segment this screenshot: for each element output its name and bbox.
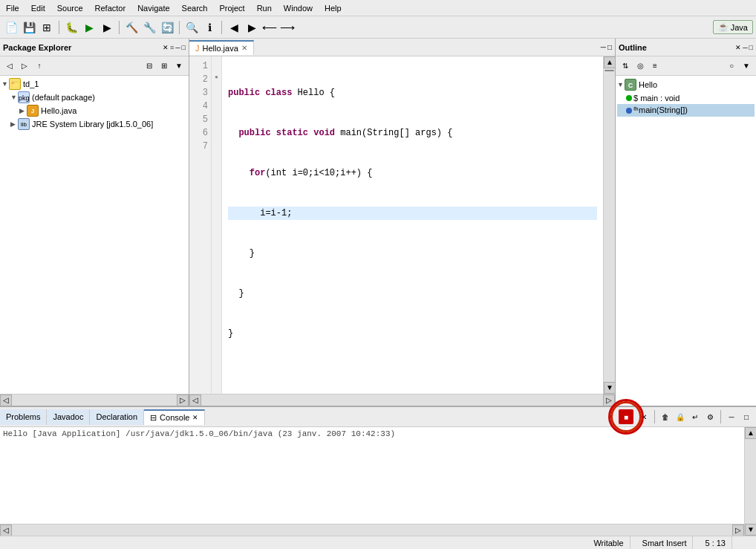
console-scroll-right[interactable]: ▷ xyxy=(732,524,744,536)
scroll-right[interactable]: ▷ xyxy=(603,394,615,406)
clear-console-button[interactable]: 🗑 xyxy=(659,410,672,423)
menu-project[interactable]: Project xyxy=(216,2,247,14)
bottom-max[interactable]: □ xyxy=(740,410,753,423)
pe-close-icon[interactable]: ✕ xyxy=(163,44,169,51)
scroll-up[interactable]: ▲ xyxy=(604,56,615,68)
save-button[interactable]: 💾 xyxy=(21,19,37,36)
pe-scroll-left[interactable]: ◁ xyxy=(0,394,12,406)
pe-tab-num: ≡ xyxy=(170,44,174,51)
insert-mode-status: Smart Insert xyxy=(636,536,694,549)
info-button[interactable]: ℹ xyxy=(201,19,218,36)
pe-forward-btn[interactable]: ▷ xyxy=(18,59,31,73)
pe-back-btn[interactable]: ◁ xyxy=(3,59,16,73)
code-line-3: for(int i=0;i<10;i++) { xyxy=(228,166,597,180)
console-scroll-down[interactable]: ▼ xyxy=(745,524,756,536)
outline-btn4[interactable]: ○ xyxy=(725,59,738,73)
perspective-label: Java xyxy=(731,23,748,32)
menu-help[interactable]: Help xyxy=(322,2,345,14)
bottom-min[interactable]: ─ xyxy=(725,410,738,423)
debug-button[interactable]: 🐛 xyxy=(63,19,79,36)
save-all-button[interactable]: ⊞ xyxy=(39,19,55,36)
outline-close[interactable]: ✕ xyxy=(735,44,741,51)
pe-scroll-right[interactable]: ▷ xyxy=(177,394,189,406)
tree-jre-library[interactable]: ▶ lib JRE System Library [jdk1.5.0_06] xyxy=(1,117,187,131)
menu-search[interactable]: Search xyxy=(179,2,211,14)
perspective-java[interactable]: ☕ Java xyxy=(713,20,753,34)
class-arrow: ▼ xyxy=(617,81,625,88)
file-arrow[interactable]: ▶ xyxy=(19,107,27,114)
editor-tab-close[interactable]: ✕ xyxy=(241,44,247,52)
menu-window[interactable]: Window xyxy=(281,2,316,14)
editor-max[interactable]: □ xyxy=(607,43,612,51)
tab-console[interactable]: ⊟ Console ✕ xyxy=(144,409,205,425)
editor-scrollbar-v[interactable]: ▲ ▼ xyxy=(603,56,615,394)
outline-class-hello[interactable]: ▼ C Hello xyxy=(617,77,755,92)
pe-link-btn[interactable]: ⊞ xyxy=(157,59,171,73)
menu-refactor[interactable]: Refactor xyxy=(92,2,129,14)
tree-project[interactable]: ▼ 📁 td_1 xyxy=(1,77,187,91)
clean-button[interactable]: 🔧 xyxy=(141,19,157,36)
console-tab-close[interactable]: ✕ xyxy=(192,414,198,421)
main-toolbar: 📄 💾 ⊞ 🐛 ▶ ▶ 🔨 🔧 🔄 🔍 ℹ ◀ ▶ ⟵ ⟶ ☕ Java xyxy=(0,16,756,39)
console-scroll-left[interactable]: ◁ xyxy=(0,524,12,536)
menu-run[interactable]: Run xyxy=(254,2,275,14)
menu-navigate[interactable]: Navigate xyxy=(134,2,172,14)
menu-edit[interactable]: Edit xyxy=(28,2,48,14)
scroll-left[interactable]: ◁ xyxy=(189,394,201,406)
pe-up-btn[interactable]: ↑ xyxy=(33,59,46,73)
code-content[interactable]: public class Hello { public static void … xyxy=(222,56,603,370)
pe-scrollbar-h[interactable]: ◁ ▷ xyxy=(0,394,189,406)
prev-edit-button[interactable]: ◀ xyxy=(226,19,242,36)
scroll-lock-button[interactable]: 🔒 xyxy=(674,410,687,423)
pkg-arrow[interactable]: ▼ xyxy=(10,94,18,101)
outline-sort-btn[interactable]: ⇅ xyxy=(619,59,632,73)
outline-method-main[interactable]: ⁸ᶦmain(String[]) xyxy=(617,104,755,117)
pe-menu-btn[interactable]: ▼ xyxy=(172,59,186,73)
scroll-down[interactable]: ▼ xyxy=(604,382,615,394)
pe-collapse-btn[interactable]: ⊟ xyxy=(143,59,156,73)
remove-launch-button[interactable]: ✕ xyxy=(637,410,651,423)
tab-problems[interactable]: Problems xyxy=(0,409,47,425)
back-button[interactable]: ⟵ xyxy=(261,19,278,36)
outline-minimize[interactable]: ─ xyxy=(743,44,747,51)
refresh-button[interactable]: 🔄 xyxy=(159,19,175,36)
console-scroll-up[interactable]: ▲ xyxy=(745,427,756,439)
code-gutter: ● xyxy=(212,56,222,394)
lib-arrow[interactable]: ▶ xyxy=(10,120,18,128)
console-settings-button[interactable]: ⚙ xyxy=(703,410,717,423)
editor-min[interactable]: ─ xyxy=(601,43,606,51)
package-explorer-title: Package Explorer xyxy=(3,43,71,52)
tab-declaration[interactable]: Declaration xyxy=(90,409,144,425)
outline-menu[interactable]: ▼ xyxy=(740,59,753,73)
build-button[interactable]: 🔨 xyxy=(123,19,140,36)
console-scrollbar-h[interactable]: ◁ ▷ xyxy=(0,524,744,536)
console-scrollbar-v[interactable]: ▲ ▼ xyxy=(744,427,756,536)
menu-file[interactable]: File xyxy=(3,2,22,14)
tree-default-package[interactable]: ▼ pkg (default package) xyxy=(1,91,187,104)
outline-controls: ✕ ─ □ xyxy=(735,44,753,51)
tab-javadoc[interactable]: Javadoc xyxy=(47,409,90,425)
run-ext-button[interactable]: ▶ xyxy=(99,19,115,36)
terminate-button[interactable]: ■ xyxy=(619,409,633,424)
tree-hello-java[interactable]: ▶ J Hello.java xyxy=(1,104,187,117)
pe-minimize-icon[interactable]: ─ xyxy=(175,44,180,51)
project-arrow[interactable]: ▼ xyxy=(1,80,9,88)
word-wrap-button[interactable]: ↵ xyxy=(688,410,702,423)
outline-maximize[interactable]: □ xyxy=(749,44,753,51)
outline-hide-btn[interactable]: ◎ xyxy=(633,59,647,73)
menu-source[interactable]: Source xyxy=(54,2,86,14)
editor-tab-hello[interactable]: J Hello.java ✕ xyxy=(189,40,254,55)
search-button[interactable]: 🔍 xyxy=(183,19,200,36)
pe-maximize-icon[interactable]: □ xyxy=(182,44,186,51)
editor-controls: ─ □ xyxy=(598,43,615,51)
new-button[interactable]: 📄 xyxy=(3,19,19,36)
outline-filter-btn[interactable]: ≡ xyxy=(648,59,662,73)
scroll-thumb-v[interactable] xyxy=(605,70,614,71)
code-line-4: i=i-1; xyxy=(228,207,597,220)
code-line-1: public class Hello { xyxy=(228,86,597,100)
run-button[interactable]: ▶ xyxy=(81,19,97,36)
forward-button[interactable]: ⟶ xyxy=(279,19,296,36)
next-edit-button[interactable]: ▶ xyxy=(244,19,260,36)
editor-scrollbar-h[interactable]: ◁ ▷ xyxy=(189,394,615,406)
outline-method-main-void[interactable]: $ main : void xyxy=(617,92,755,104)
